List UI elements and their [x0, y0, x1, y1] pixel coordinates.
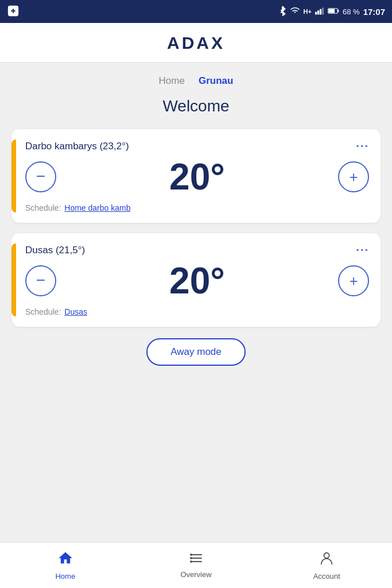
svg-rect-9	[328, 9, 335, 13]
nav-label-home: Home	[55, 572, 75, 581]
card-accent-2	[11, 243, 16, 316]
account-icon	[319, 551, 334, 570]
schedule-link-2[interactable]: Dusas	[64, 307, 87, 316]
card-accent-1	[11, 140, 16, 212]
app-icon	[7, 5, 20, 19]
device-card-1: Darbo kambarys (23,2°) ··· − 20° + Sched…	[11, 129, 381, 223]
svg-rect-6	[322, 7, 324, 14]
increase-btn-1[interactable]: +	[338, 161, 369, 192]
away-mode-button[interactable]: Away mode	[146, 338, 246, 366]
status-left	[7, 5, 20, 19]
bottom-nav: Home Overview Account	[0, 542, 392, 588]
bluetooth-icon	[278, 6, 286, 18]
nav-label-account: Account	[313, 572, 340, 581]
svg-point-14	[190, 557, 192, 559]
svg-rect-4	[317, 10, 319, 14]
plus-icon-1: +	[349, 169, 358, 184]
overview-icon	[189, 552, 204, 568]
schedule-label-1: Schedule:	[25, 203, 61, 212]
nav-item-overview[interactable]: Overview	[131, 543, 262, 588]
hplus-label: H+	[304, 8, 312, 15]
card-schedule-1: Schedule: Home darbo kamb	[25, 203, 369, 212]
time-display: 17:07	[363, 7, 385, 17]
welcome-title: Welcome	[11, 97, 381, 115]
battery-percent: 68 %	[343, 7, 360, 16]
card-header-1: Darbo kambarys (23,2°) ···	[25, 140, 369, 153]
schedule-label-2: Schedule:	[25, 307, 61, 316]
schedule-link-1[interactable]: Home darbo kamb	[64, 203, 130, 212]
card-body-2: Dusas (21,5°) ··· − 20° + Schedule: Dusa…	[25, 243, 369, 316]
plus-icon-2: +	[349, 273, 358, 288]
svg-rect-8	[337, 9, 339, 11]
tab-grunau[interactable]: Grunau	[199, 75, 233, 88]
nav-label-overview: Overview	[180, 570, 211, 579]
card-header-2: Dusas (21,5°) ···	[25, 243, 369, 257]
svg-rect-5	[320, 9, 321, 14]
decrease-btn-2[interactable]: −	[25, 265, 56, 296]
nav-item-home[interactable]: Home	[0, 543, 131, 588]
main-content: Home Grunau Welcome Darbo kambarys (23,2…	[0, 63, 392, 542]
card-controls-2: − 20° +	[25, 262, 369, 299]
decrease-btn-1[interactable]: −	[25, 161, 56, 192]
app-header: ADAX	[0, 23, 392, 63]
device-card-2: Dusas (21,5°) ··· − 20° + Schedule: Dusa…	[11, 233, 381, 327]
device-title-1: Darbo kambarys (23,2°)	[25, 141, 129, 152]
temperature-display-1: 20°	[169, 158, 225, 195]
temperature-display-2: 20°	[169, 262, 225, 299]
svg-point-15	[190, 560, 192, 563]
device-menu-2[interactable]: ···	[356, 243, 369, 257]
svg-rect-3	[315, 11, 317, 14]
card-body-1: Darbo kambarys (23,2°) ··· − 20° + Sched…	[25, 140, 369, 212]
minus-icon-2: −	[36, 272, 45, 288]
status-bar: H+ 68 % 17:07	[0, 0, 392, 23]
signal-icon	[315, 7, 324, 17]
svg-point-13	[190, 554, 192, 556]
app-logo: ADAX	[0, 33, 392, 53]
device-title-2: Dusas (21,5°)	[25, 245, 85, 256]
card-controls-1: − 20° +	[25, 158, 369, 195]
battery-icon	[328, 7, 339, 16]
svg-point-16	[324, 552, 329, 558]
status-right: H+ 68 % 17:07	[278, 6, 385, 18]
increase-btn-2[interactable]: +	[338, 265, 369, 296]
away-mode-container: Away mode	[11, 338, 381, 366]
nav-item-account[interactable]: Account	[261, 543, 392, 588]
card-schedule-2: Schedule: Dusas	[25, 307, 369, 316]
wifi-icon	[290, 7, 300, 17]
home-icon	[57, 550, 73, 570]
device-menu-1[interactable]: ···	[356, 140, 369, 153]
minus-icon-1: −	[36, 168, 45, 184]
tab-home[interactable]: Home	[159, 75, 185, 88]
location-tabs: Home Grunau	[11, 63, 381, 97]
